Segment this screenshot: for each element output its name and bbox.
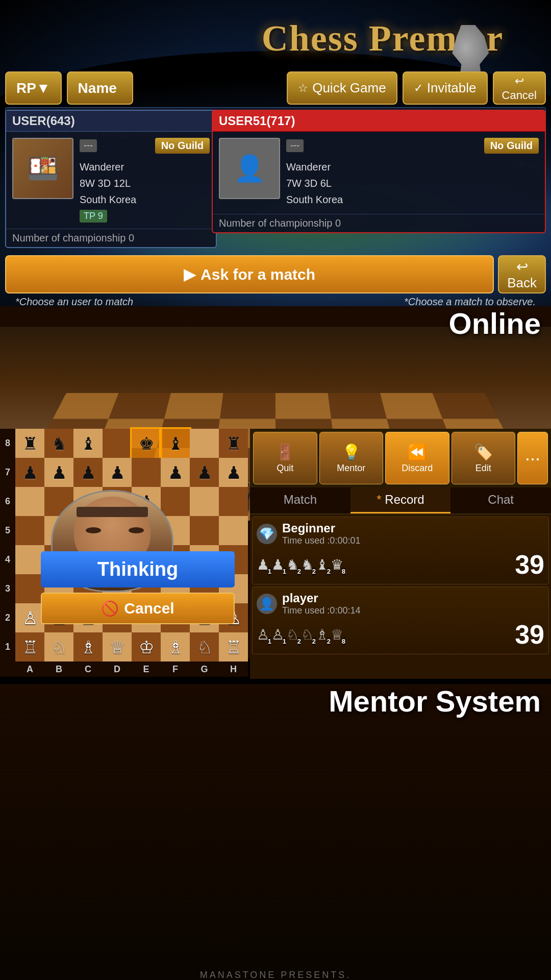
action-buttons: 🚪 Quit 💡 Mentor ⏪ Discard 🏷️ Edit ···: [250, 429, 551, 487]
player-captured: ♙1 ♙1 ♘2 ♘2 ♗2 ♕8: [257, 626, 343, 643]
board-cell-H6[interactable]: [219, 487, 248, 516]
popup-champ-left: Number of championship 0: [6, 229, 216, 247]
player-pieces-row: ♙1 ♙1 ♘2 ♘2 ♗2 ♕8 39: [257, 619, 544, 650]
board-cell-C8[interactable]: ♝: [73, 429, 103, 458]
row-label-4: 4: [0, 545, 15, 574]
mentor-label: Mentor: [337, 463, 365, 474]
board-cell-A4[interactable]: [15, 545, 44, 574]
no-guild-left: No Guild: [155, 138, 210, 154]
tabs: Match * Record Chat: [250, 487, 551, 514]
more-button[interactable]: ···: [517, 432, 548, 484]
popup-header-left: USER(643): [6, 111, 216, 132]
more-icon: ···: [525, 448, 540, 469]
rp-label: RP▼: [16, 80, 51, 96]
board-cell-E8[interactable]: ♚: [132, 429, 161, 458]
edit-icon: 🏷️: [474, 443, 493, 461]
popup-avatar-right: 👤: [219, 138, 280, 199]
tab-record[interactable]: * Record: [350, 487, 451, 513]
board-cell-H7[interactable]: ♟: [219, 458, 248, 487]
ask-match-label: Ask for a match: [201, 266, 315, 283]
back-button[interactable]: ↩ Back: [498, 255, 546, 293]
edit-button[interactable]: 🏷️ Edit: [452, 432, 516, 484]
thinking-button: Thinking: [41, 551, 235, 587]
beginner-avatar: 💎: [257, 524, 277, 544]
board-cell-B1[interactable]: ♘: [44, 632, 73, 662]
board-cell-E7[interactable]: [132, 458, 161, 487]
col-label-D: D: [103, 662, 132, 677]
rp-filter-button[interactable]: RP▼: [5, 71, 62, 105]
thinking-overlay: Thinking 🚫 Cancel: [41, 551, 235, 624]
hint-right: *Choose a match to observe.: [404, 296, 536, 306]
row-label-1: 1: [0, 632, 15, 662]
beginner-captured: ♟1 ♟1 ♞2 ♞2 ♝2 ♛8: [257, 556, 343, 573]
cancel-game-button[interactable]: 🚫 Cancel: [41, 593, 235, 624]
tab-match-label: Match: [284, 493, 317, 506]
cap-piece-5: ♝2: [316, 556, 329, 573]
board-cell-E1[interactable]: ♔: [132, 632, 161, 662]
board-cell-D1[interactable]: ♕: [103, 632, 132, 662]
manastone-label: MANASTONE PRESENTS.: [0, 970, 551, 980]
beginner-name-area: Beginner Time used :0:00:01: [282, 521, 360, 546]
board-cell-A2[interactable]: ♙: [15, 603, 44, 632]
board-cell-A8[interactable]: ♜: [15, 429, 44, 458]
discard-button[interactable]: ⏪ Discard: [385, 432, 449, 484]
popup-stats-right: Wanderer 7W 3D 6L South Korea: [286, 159, 539, 208]
tab-record-label: Record: [385, 493, 424, 506]
board-cell-B7[interactable]: ♟: [44, 458, 73, 487]
board-cell-A6[interactable]: [15, 487, 44, 516]
beginner-pieces-row: ♟1 ♟1 ♞2 ♞2 ♝2 ♛8 39: [257, 549, 544, 580]
board-cell-F1[interactable]: ♗: [161, 632, 190, 662]
quick-game-button[interactable]: ☆ Quick Game: [287, 71, 397, 105]
tab-match[interactable]: Match: [250, 487, 350, 513]
tab-chat[interactable]: Chat: [450, 487, 551, 513]
quit-icon: 🚪: [276, 443, 294, 461]
board-cell-H8[interactable]: ♜: [219, 429, 248, 458]
board-cell-G5[interactable]: [190, 516, 219, 545]
board-cell-G1[interactable]: ♘: [190, 632, 219, 662]
player-cap-piece-1: ♙1: [257, 626, 269, 643]
board-cell-C1[interactable]: ♗: [73, 632, 103, 662]
col-label-F: F: [161, 662, 190, 677]
player-panel-beginner: 💎 Beginner Time used :0:00:01 ♟1 ♟1 ♞2 ♞…: [252, 517, 549, 584]
board-cell-C7[interactable]: ♟: [73, 458, 103, 487]
ask-match-button[interactable]: ▶ Ask for a match: [5, 255, 494, 293]
discard-label: Discard: [402, 463, 433, 474]
player-panel-header-player: 👤 player Time used :0:00:14: [257, 591, 544, 616]
popup-avatar-left: 🍱: [12, 138, 73, 199]
row-label-3: 3: [0, 574, 15, 603]
thinking-label: Thinking: [97, 558, 178, 580]
cap-piece-4: ♞2: [301, 556, 314, 573]
board-cell-D8[interactable]: [103, 429, 132, 458]
board-cell-H1[interactable]: ♖: [219, 632, 248, 662]
board-cell-G6[interactable]: [190, 487, 219, 516]
user-id-right: USER51(717): [219, 114, 295, 128]
board-cell-F8[interactable]: ♝: [161, 429, 190, 458]
col-label-E: E: [132, 662, 161, 677]
quit-button[interactable]: 🚪 Quit: [253, 432, 317, 484]
row-label-7: 7: [0, 458, 15, 487]
row-label-5: 5: [0, 516, 15, 545]
board-cell-B8[interactable]: ♞: [44, 429, 73, 458]
player-panels: 💎 Beginner Time used :0:00:01 ♟1 ♟1 ♞2 ♞…: [250, 514, 551, 679]
board-cell-A5[interactable]: [15, 516, 44, 545]
cancel-top-label: Cancel: [502, 89, 537, 102]
col-label-C: C: [73, 662, 103, 677]
board-cell-H5[interactable]: [219, 516, 248, 545]
board-cell-A1[interactable]: ♖: [15, 632, 44, 662]
board-cell-G8[interactable]: [190, 429, 219, 458]
board-cell-G7[interactable]: ♟: [190, 458, 219, 487]
board-cell-F7[interactable]: ♟: [161, 458, 190, 487]
tab-chat-label: Chat: [488, 493, 514, 506]
col-label-B: B: [44, 662, 73, 677]
name-filter-button[interactable]: Name: [67, 71, 133, 105]
popup-info-left: --- No Guild Wanderer 8W 3D 12L South Ko…: [80, 138, 210, 223]
board-cell-A3[interactable]: [15, 574, 44, 603]
mentor-button[interactable]: 💡 Mentor: [319, 432, 384, 484]
board-cell-A7[interactable]: ♟: [15, 458, 44, 487]
board-cell-D7[interactable]: ♟: [103, 458, 132, 487]
invitable-button[interactable]: ✓ Invitable: [403, 71, 488, 105]
tp-badge-left: TP 9: [80, 210, 107, 223]
profile-popup-left: USER(643) 🍱 --- No Guild Wanderer 8W 3D …: [5, 110, 217, 248]
cap-piece-2: ♟1: [271, 556, 284, 573]
cancel-top-button[interactable]: ↩ Cancel: [493, 71, 546, 105]
